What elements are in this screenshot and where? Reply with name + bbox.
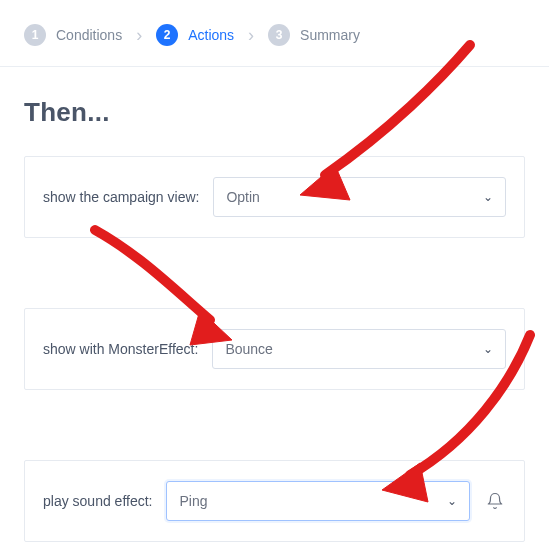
chevron-down-icon: ⌄ <box>447 494 457 508</box>
wizard-steps: 1 Conditions › 2 Actions › 3 Summary <box>0 0 549 67</box>
monstereffect-select[interactable]: Bounce ⌄ <box>212 329 506 369</box>
step-label: Conditions <box>56 27 122 43</box>
step-label: Actions <box>188 27 234 43</box>
section-heading: Then... <box>24 97 525 128</box>
select-value: Bounce <box>225 341 272 357</box>
step-number: 1 <box>24 24 46 46</box>
row-label: show the campaign view: <box>43 189 199 205</box>
bell-icon[interactable] <box>484 492 506 510</box>
action-row-campaign-view: show the campaign view: Optin ⌄ <box>24 156 525 238</box>
sound-effect-select[interactable]: Ping ⌄ <box>166 481 470 521</box>
chevron-right-icon: › <box>248 26 254 44</box>
action-row-sound-effect: play sound effect: Ping ⌄ <box>24 460 525 542</box>
row-label: play sound effect: <box>43 493 152 509</box>
step-summary[interactable]: 3 Summary <box>268 24 360 46</box>
chevron-down-icon: ⌄ <box>483 190 493 204</box>
step-label: Summary <box>300 27 360 43</box>
select-value: Ping <box>179 493 207 509</box>
chevron-right-icon: › <box>136 26 142 44</box>
step-number: 3 <box>268 24 290 46</box>
step-conditions[interactable]: 1 Conditions <box>24 24 122 46</box>
step-number: 2 <box>156 24 178 46</box>
campaign-view-select[interactable]: Optin ⌄ <box>213 177 506 217</box>
chevron-down-icon: ⌄ <box>483 342 493 356</box>
step-actions[interactable]: 2 Actions <box>156 24 234 46</box>
action-row-monstereffect: show with MonsterEffect: Bounce ⌄ <box>24 308 525 390</box>
select-value: Optin <box>226 189 259 205</box>
row-label: show with MonsterEffect: <box>43 341 198 357</box>
